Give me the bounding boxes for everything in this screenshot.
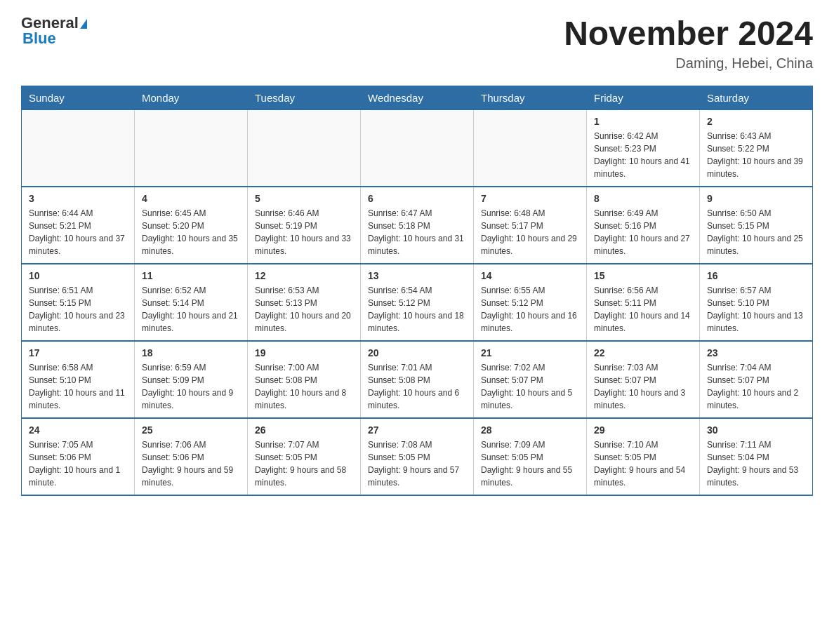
calendar-cell: 25Sunrise: 7:06 AM Sunset: 5:06 PM Dayli…: [135, 418, 248, 495]
page-header: General Blue November 2024 Daming, Hebei…: [21, 14, 813, 72]
day-number: 21: [481, 347, 579, 358]
day-number: 12: [255, 270, 353, 281]
logo: General Blue: [21, 14, 87, 48]
day-number: 7: [481, 193, 579, 204]
day-number: 14: [481, 270, 579, 281]
calendar-week-1: 3Sunrise: 6:44 AM Sunset: 5:21 PM Daylig…: [22, 187, 813, 264]
day-info: Sunrise: 6:46 AM Sunset: 5:19 PM Dayligh…: [255, 207, 353, 257]
calendar-cell: 11Sunrise: 6:52 AM Sunset: 5:14 PM Dayli…: [135, 264, 248, 341]
day-number: 11: [142, 270, 240, 281]
day-info: Sunrise: 7:10 AM Sunset: 5:05 PM Dayligh…: [594, 438, 692, 489]
day-info: Sunrise: 7:01 AM Sunset: 5:08 PM Dayligh…: [368, 361, 466, 412]
calendar-cell: 9Sunrise: 6:50 AM Sunset: 5:15 PM Daylig…: [700, 187, 813, 264]
day-info: Sunrise: 6:47 AM Sunset: 5:18 PM Dayligh…: [368, 207, 466, 257]
calendar-week-3: 17Sunrise: 6:58 AM Sunset: 5:10 PM Dayli…: [22, 341, 813, 418]
day-info: Sunrise: 7:00 AM Sunset: 5:08 PM Dayligh…: [255, 361, 353, 412]
day-info: Sunrise: 7:11 AM Sunset: 5:04 PM Dayligh…: [707, 438, 805, 489]
day-info: Sunrise: 6:58 AM Sunset: 5:10 PM Dayligh…: [29, 361, 127, 412]
day-info: Sunrise: 7:05 AM Sunset: 5:06 PM Dayligh…: [29, 438, 127, 489]
col-sunday: Sunday: [22, 86, 135, 110]
calendar-cell: 20Sunrise: 7:01 AM Sunset: 5:08 PM Dayli…: [361, 341, 474, 418]
calendar-cell: 6Sunrise: 6:47 AM Sunset: 5:18 PM Daylig…: [361, 187, 474, 264]
day-info: Sunrise: 6:44 AM Sunset: 5:21 PM Dayligh…: [29, 207, 127, 257]
day-number: 8: [594, 193, 692, 204]
calendar-header: Sunday Monday Tuesday Wednesday Thursday…: [22, 86, 813, 110]
calendar-cell: 12Sunrise: 6:53 AM Sunset: 5:13 PM Dayli…: [248, 264, 361, 341]
logo-blue-label: Blue: [21, 29, 56, 48]
day-number: 22: [594, 347, 692, 358]
calendar-cell: [361, 110, 474, 187]
day-info: Sunrise: 6:51 AM Sunset: 5:15 PM Dayligh…: [29, 284, 127, 335]
day-info: Sunrise: 6:49 AM Sunset: 5:16 PM Dayligh…: [594, 207, 692, 257]
calendar-week-0: 1Sunrise: 6:42 AM Sunset: 5:23 PM Daylig…: [22, 110, 813, 187]
col-thursday: Thursday: [474, 86, 587, 110]
calendar-cell: 15Sunrise: 6:56 AM Sunset: 5:11 PM Dayli…: [587, 264, 700, 341]
col-monday: Monday: [135, 86, 248, 110]
day-info: Sunrise: 7:03 AM Sunset: 5:07 PM Dayligh…: [594, 361, 692, 412]
calendar-cell: 19Sunrise: 7:00 AM Sunset: 5:08 PM Dayli…: [248, 341, 361, 418]
calendar-cell: 18Sunrise: 6:59 AM Sunset: 5:09 PM Dayli…: [135, 341, 248, 418]
calendar-cell: 27Sunrise: 7:08 AM Sunset: 5:05 PM Dayli…: [361, 418, 474, 495]
calendar-cell: 28Sunrise: 7:09 AM Sunset: 5:05 PM Dayli…: [474, 418, 587, 495]
calendar-cell: 21Sunrise: 7:02 AM Sunset: 5:07 PM Dayli…: [474, 341, 587, 418]
day-info: Sunrise: 6:55 AM Sunset: 5:12 PM Dayligh…: [481, 284, 579, 335]
day-number: 10: [29, 270, 127, 281]
day-number: 27: [368, 424, 466, 436]
location-title: Daming, Hebei, China: [564, 55, 813, 72]
col-saturday: Saturday: [700, 86, 813, 110]
day-info: Sunrise: 7:02 AM Sunset: 5:07 PM Dayligh…: [481, 361, 579, 412]
day-info: Sunrise: 7:07 AM Sunset: 5:05 PM Dayligh…: [255, 438, 353, 489]
title-block: November 2024 Daming, Hebei, China: [564, 14, 813, 72]
day-info: Sunrise: 6:50 AM Sunset: 5:15 PM Dayligh…: [707, 207, 805, 257]
calendar-week-2: 10Sunrise: 6:51 AM Sunset: 5:15 PM Dayli…: [22, 264, 813, 341]
calendar-cell: [135, 110, 248, 187]
day-info: Sunrise: 6:43 AM Sunset: 5:22 PM Dayligh…: [707, 130, 805, 180]
day-number: 24: [29, 424, 127, 436]
calendar-cell: 3Sunrise: 6:44 AM Sunset: 5:21 PM Daylig…: [22, 187, 135, 264]
day-number: 15: [594, 270, 692, 281]
calendar-cell: 7Sunrise: 6:48 AM Sunset: 5:17 PM Daylig…: [474, 187, 587, 264]
day-info: Sunrise: 6:53 AM Sunset: 5:13 PM Dayligh…: [255, 284, 353, 335]
calendar-cell: 8Sunrise: 6:49 AM Sunset: 5:16 PM Daylig…: [587, 187, 700, 264]
day-number: 2: [707, 116, 805, 127]
day-info: Sunrise: 6:42 AM Sunset: 5:23 PM Dayligh…: [594, 130, 692, 180]
calendar-table: Sunday Monday Tuesday Wednesday Thursday…: [21, 86, 813, 496]
day-number: 3: [29, 193, 127, 204]
calendar-cell: 5Sunrise: 6:46 AM Sunset: 5:19 PM Daylig…: [248, 187, 361, 264]
day-number: 26: [255, 424, 353, 436]
calendar-cell: [248, 110, 361, 187]
day-number: 16: [707, 270, 805, 281]
calendar-cell: 14Sunrise: 6:55 AM Sunset: 5:12 PM Dayli…: [474, 264, 587, 341]
day-number: 6: [368, 193, 466, 204]
calendar-cell: 2Sunrise: 6:43 AM Sunset: 5:22 PM Daylig…: [700, 110, 813, 187]
day-number: 17: [29, 347, 127, 358]
day-number: 20: [368, 347, 466, 358]
calendar-cell: 29Sunrise: 7:10 AM Sunset: 5:05 PM Dayli…: [587, 418, 700, 495]
day-number: 4: [142, 193, 240, 204]
calendar-cell: 23Sunrise: 7:04 AM Sunset: 5:07 PM Dayli…: [700, 341, 813, 418]
calendar-cell: [22, 110, 135, 187]
day-number: 29: [594, 424, 692, 436]
calendar-cell: 16Sunrise: 6:57 AM Sunset: 5:10 PM Dayli…: [700, 264, 813, 341]
header-row: Sunday Monday Tuesday Wednesday Thursday…: [22, 86, 813, 110]
day-number: 25: [142, 424, 240, 436]
day-info: Sunrise: 6:48 AM Sunset: 5:17 PM Dayligh…: [481, 207, 579, 257]
calendar-cell: 17Sunrise: 6:58 AM Sunset: 5:10 PM Dayli…: [22, 341, 135, 418]
day-number: 18: [142, 347, 240, 358]
day-info: Sunrise: 6:57 AM Sunset: 5:10 PM Dayligh…: [707, 284, 805, 335]
col-tuesday: Tuesday: [248, 86, 361, 110]
day-number: 23: [707, 347, 805, 358]
logo-triangle-icon: [80, 19, 87, 29]
day-number: 30: [707, 424, 805, 436]
day-info: Sunrise: 6:54 AM Sunset: 5:12 PM Dayligh…: [368, 284, 466, 335]
day-number: 1: [594, 116, 692, 127]
day-info: Sunrise: 7:09 AM Sunset: 5:05 PM Dayligh…: [481, 438, 579, 489]
day-info: Sunrise: 7:04 AM Sunset: 5:07 PM Dayligh…: [707, 361, 805, 412]
day-info: Sunrise: 6:56 AM Sunset: 5:11 PM Dayligh…: [594, 284, 692, 335]
calendar-cell: [474, 110, 587, 187]
day-number: 19: [255, 347, 353, 358]
col-friday: Friday: [587, 86, 700, 110]
calendar-week-4: 24Sunrise: 7:05 AM Sunset: 5:06 PM Dayli…: [22, 418, 813, 495]
day-info: Sunrise: 6:59 AM Sunset: 5:09 PM Dayligh…: [142, 361, 240, 412]
day-info: Sunrise: 7:08 AM Sunset: 5:05 PM Dayligh…: [368, 438, 466, 489]
